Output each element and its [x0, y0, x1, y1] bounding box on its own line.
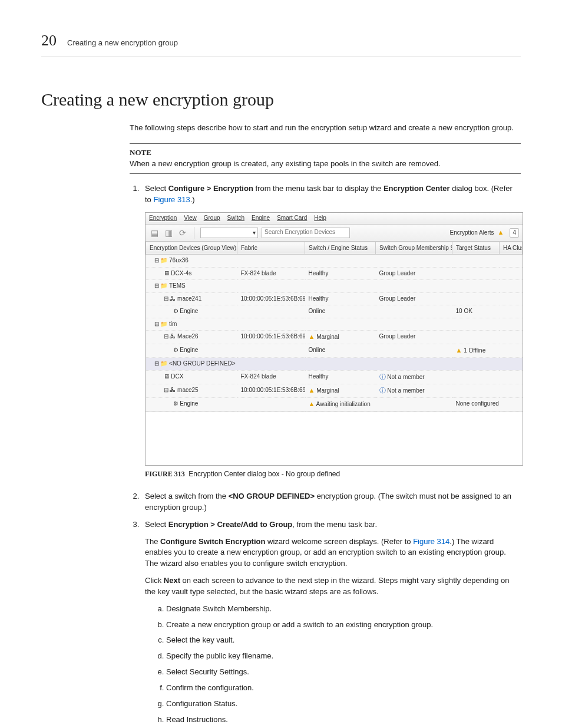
toolbar-icon-2[interactable]: ▥: [163, 228, 174, 238]
substep-f: Confirm the configuration.: [166, 683, 521, 694]
col-hacluster[interactable]: HA Cluster: [500, 242, 523, 255]
substep-d: Specify the public key filename.: [166, 651, 521, 662]
table-blank-area: [146, 411, 523, 465]
table-row[interactable]: ⚙ Engine▲ Awaiting initializationNone co…: [146, 397, 523, 411]
menu-bar: Encryption View Group Switch Engine Smar…: [146, 213, 523, 225]
step-2: Select a switch from the <NO GROUP DEFIN…: [141, 491, 521, 513]
toolbar-icon-1[interactable]: ▤: [149, 228, 160, 238]
substep-a: Designate Switch Membership.: [166, 604, 521, 615]
substep-b: Create a new encryption group or add a s…: [166, 620, 521, 631]
refresh-icon[interactable]: ⟳: [177, 228, 188, 238]
table-row[interactable]: 🖥 DCXFX-824 bladeHealthyⓘ Not a member: [146, 370, 523, 384]
page-header: 20 Creating a new encryption group: [41, 29, 521, 57]
figure-313-link[interactable]: Figure 313: [153, 195, 190, 204]
col-status[interactable]: Switch / Engine Status: [305, 242, 376, 255]
substeps-list: Designate Switch Membership. Create a ne…: [145, 604, 521, 726]
menu-group[interactable]: Group: [204, 214, 220, 223]
menu-engine[interactable]: Engine: [252, 214, 270, 223]
table-row[interactable]: ⊟ 📁 <NO GROUP DEFINED>: [146, 358, 523, 371]
search-input[interactable]: Search Encryption Devices: [262, 228, 350, 238]
note-label: NOTE: [130, 147, 521, 159]
menu-switch[interactable]: Switch: [227, 214, 244, 223]
col-fabric[interactable]: Fabric: [237, 242, 305, 255]
intro-paragraph: The following steps describe how to star…: [130, 123, 521, 134]
table-row[interactable]: ⚙ EngineOnline10 OK: [146, 305, 523, 318]
table-row[interactable]: ⊟ 📁 TEMS: [146, 280, 523, 293]
step-3: Select Encryption > Create/Add to Group,…: [141, 519, 521, 726]
substep-g: Configuration Status.: [166, 699, 521, 710]
substep-c: Select the key vault.: [166, 635, 521, 646]
note-text: When a new encryption group is created, …: [130, 159, 521, 170]
col-target[interactable]: Target Status: [452, 242, 500, 255]
toolbar: ▤ ▥ ⟳ ▾ Search Encryption Devices Encryp…: [146, 225, 523, 242]
note-box: NOTE When a new encryption group is crea…: [130, 143, 521, 174]
encryption-center-dialog: Encryption View Group Switch Engine Smar…: [145, 212, 523, 465]
figure-314-link[interactable]: Figure 314: [413, 537, 449, 546]
substep-e: Select Security Settings.: [166, 667, 521, 678]
warning-icon: ▲: [498, 228, 504, 238]
chevron-down-icon: ▾: [253, 229, 256, 238]
menu-help[interactable]: Help: [314, 214, 326, 223]
table-row[interactable]: ⊟ 🖧 Mace2610:00:00:05:1E:53:6B:69▲ Margi…: [146, 331, 523, 344]
substep-h: Read Instructions.: [166, 714, 521, 726]
menu-encryption[interactable]: Encryption: [149, 214, 177, 223]
step-1: Select Configure > Encryption from the m…: [141, 183, 521, 479]
table-row[interactable]: ⊟ 📁 76ux36: [146, 255, 523, 268]
table-row[interactable]: ⊟ 🖧 mace24110:00:00:05:1E:53:6B:69Health…: [146, 292, 523, 305]
main-heading: Creating a new encryption group: [41, 87, 521, 113]
devices-table: Encryption Devices (Group View) Fabric S…: [146, 242, 523, 411]
table-row[interactable]: ⊟ 🖧 mace2510:00:00:05:1E:53:6B:69▲ Margi…: [146, 384, 523, 397]
alerts-count[interactable]: 4: [510, 228, 519, 238]
chapter-number: 20: [41, 29, 57, 52]
menu-smartcard[interactable]: Smart Card: [277, 214, 307, 223]
chapter-title: Creating a new encryption group: [67, 38, 178, 49]
col-devices[interactable]: Encryption Devices (Group View): [146, 242, 237, 255]
table-row[interactable]: ⚙ EngineOnline▲ 1 Offline: [146, 344, 523, 358]
toolbar-separator: [194, 227, 194, 239]
encryption-alerts-label: Encryption Alerts: [450, 229, 494, 238]
figure-313-caption: FIGURE 313 Encryption Center dialog box …: [145, 469, 521, 479]
col-membership[interactable]: Switch Group Membership Stat…: [376, 242, 452, 255]
table-row[interactable]: 🖥 DCX-4sFX-824 bladeHealthyGroup Leader: [146, 267, 523, 280]
menu-view[interactable]: View: [184, 214, 197, 223]
table-row[interactable]: ⊟ 📁 tim: [146, 318, 523, 331]
filter-combo[interactable]: ▾: [200, 228, 258, 238]
